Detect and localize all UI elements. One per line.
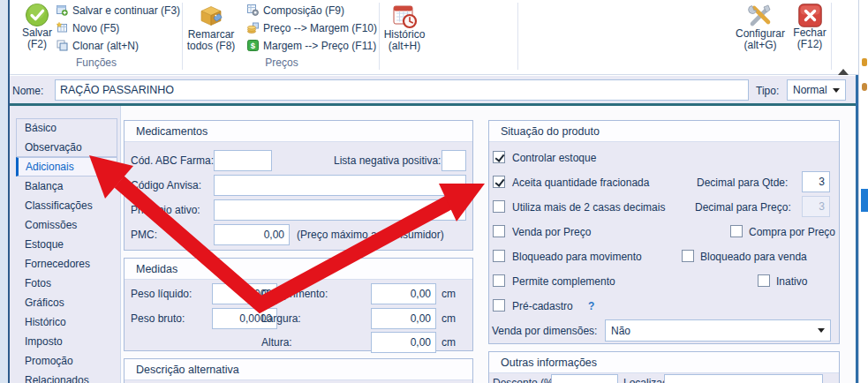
clone-icon [57,40,68,51]
sidebar-item-imposto[interactable]: Imposto [16,332,117,351]
ribbon-divider [182,3,183,70]
name-input[interactable]: RAÇÃO PASSARINHO [55,79,749,101]
ribbon-toolbar: Salvar (F2) Salvar e continuar (F3) [0,0,858,75]
history-button[interactable]: Histórico (alt+H) [381,3,427,52]
principio-ativo-input[interactable] [214,199,466,221]
sidebar-item-observacao[interactable]: Observação [16,138,117,157]
altura-input[interactable]: 0,00 [371,332,436,353]
codigo-anvisa-label: Código Anvisa: [131,179,201,192]
collapse-ribbon-button[interactable] [838,56,849,69]
descricao-alternativa-title: Descrição alternativa [125,359,472,380]
sidebar-item-promocao[interactable]: Promoção [16,351,117,371]
svg-text:$: $ [251,41,256,50]
save-continue-icon [57,4,68,16]
name-label: Nome: [12,85,43,97]
configure-shortcut: (alt+G) [743,40,776,51]
close-icon [798,4,822,27]
type-dropdown-value: Normal [793,84,827,96]
save-continue-label: Salvar e continuar (F3) [72,4,180,17]
descricao-alternativa-group: Descrição alternativa [124,358,473,383]
controlar-estoque-label: Controlar estoque [512,152,596,164]
sidebar-item-basico[interactable]: Básico [16,118,117,138]
sidebar-item-estoque[interactable]: Estoque [16,235,117,254]
clone-label: Clonar (alt+N) [72,40,139,52]
new-icon [57,22,68,34]
background-scrollbar-thumb [861,189,868,212]
close-button[interactable]: Fechar (F12) [789,4,831,50]
sidebar-item-classificacoes[interactable]: Classificações [16,196,117,215]
clone-button[interactable]: Clonar (alt+N) [57,38,139,53]
cod-abc-farma-label: Cód. ABC Farma: [131,154,214,167]
pre-cadastro-label: Pré-cadastro [512,300,573,312]
pmc-label: PMC: [131,229,157,241]
aceita-fracionada-label: Aceita quantidade fracionada [512,176,649,189]
controlar-estoque-checkbox[interactable] [493,151,505,163]
save-button[interactable]: Salvar (F2) [14,3,60,50]
window-left-border [8,0,10,383]
sidebar-item-comissoes[interactable]: Comissões [16,215,117,235]
sidebar-item-graficos[interactable]: Gráficos [16,293,117,312]
save-continue-button[interactable]: Salvar e continuar (F3) [57,3,180,18]
sidebar-item-balanca[interactable]: Balança [16,176,117,196]
venda-por-preco-label: Venda por Preço [512,226,591,238]
permite-complemento-checkbox[interactable] [493,274,505,287]
pre-cadastro-checkbox[interactable] [493,299,505,312]
sidebar-item-fornecedores[interactable]: Fornecedores [16,254,117,274]
price-to-margin-button[interactable]: Preço --> Margem (F10) [247,20,377,35]
bloqueado-movimento-checkbox[interactable] [493,250,505,262]
decimal-qtde-label: Decimal para Qtde: [697,176,788,189]
pmc-input[interactable]: 0,00 [214,224,290,245]
venda-dimensoes-value: Não [611,325,630,337]
desconto-input[interactable] [551,374,618,383]
reprice-all-button[interactable]: Remarcar todos (F8) [185,3,237,52]
venda-dimensoes-dropdown[interactable]: Não [605,319,831,342]
sidebar-item-historico[interactable]: Histórico [16,312,117,332]
lista-negativa-input[interactable] [442,150,466,171]
bloqueado-venda-checkbox[interactable] [682,250,694,262]
largura-input[interactable]: 0,00 [371,308,436,329]
inativo-label: Inativo [776,275,807,288]
bloqueado-movimento-label: Bloqueado para movimento [512,251,642,263]
sidebar-item-relacionados[interactable]: Relacionados [16,371,117,383]
comprimento-label: Comprimento: [261,288,328,300]
localizacao-input[interactable] [664,374,823,383]
new-button[interactable]: Novo (F5) [57,20,119,35]
compra-por-preco-label: Compra por Preço [749,226,835,238]
new-label: Novo (F5) [72,22,119,34]
comprimento-input[interactable]: 0,00 [371,283,436,304]
package-tag-icon [198,3,224,29]
utiliza-decimais-checkbox[interactable] [493,200,505,213]
peso-bruto-label: Peso bruto: [131,312,185,325]
sidebar-item-fotos[interactable]: Fotos [16,274,117,293]
pre-cadastro-help-icon[interactable]: ? [588,300,594,312]
save-button-shortcut: (F2) [27,39,47,50]
chevron-down-icon [833,88,840,93]
utiliza-decimais-label: Utiliza mais de 2 casas decimais [512,201,665,214]
composition-label: Composição (F9) [263,4,344,17]
decimal-qtde-input[interactable]: 3 [802,171,830,192]
collapse-ribbon-icon [838,56,849,75]
cod-abc-farma-input[interactable] [214,150,272,171]
inativo-checkbox[interactable] [758,274,770,287]
sidebar-item-adicionais[interactable]: Adicionais [16,157,117,176]
compra-por-preco-checkbox[interactable] [730,225,743,237]
composition-button[interactable]: Composição (F9) [247,3,344,18]
type-label: Tipo: [756,85,779,97]
peso-liquido-label: Peso líquido: [131,288,192,300]
aceita-fracionada-checkbox[interactable] [493,176,505,188]
chevron-down-icon [818,328,825,333]
margin-to-price-button[interactable]: $ Margem --> Preço (F11) [247,38,376,53]
type-dropdown[interactable]: Normal [787,79,846,101]
save-check-icon [25,3,49,27]
window-left-margin [0,0,8,383]
price-to-margin-label: Preço --> Margem (F10) [263,22,377,34]
altura-unit: cm [442,336,456,349]
background-icon [862,58,867,66]
ribbon-group-funcoes: Funções [14,56,178,69]
venda-por-preco-checkbox[interactable] [493,225,505,237]
altura-label: Altura: [261,336,292,349]
configure-button[interactable]: Configurar (alt+G) [733,4,788,51]
codigo-anvisa-input[interactable] [214,175,466,196]
margin-to-price-label: Margem --> Preço (F11) [263,40,376,52]
product-edit-window: Salvar (F2) Salvar e continuar (F3) [0,0,868,383]
